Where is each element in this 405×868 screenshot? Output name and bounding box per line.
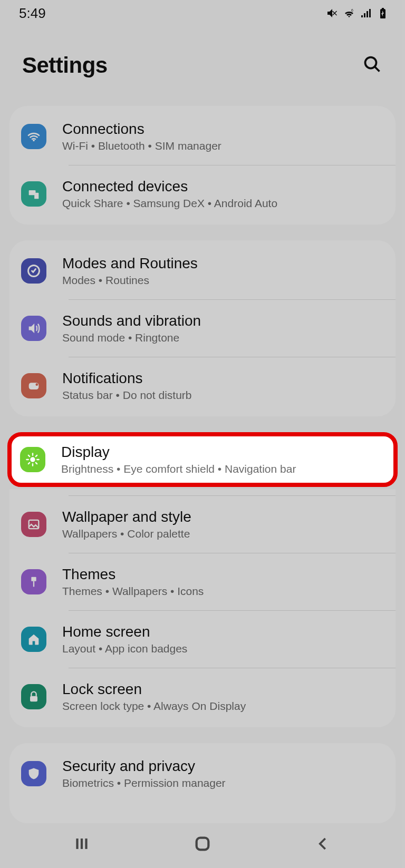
row-text: Notifications Status bar • Do not distur… [62, 370, 191, 402]
row-text: Themes Themes • Wallpapers • Icons [62, 566, 204, 598]
row-text: Sounds and vibration Sound mode • Ringto… [62, 313, 201, 344]
nav-recents-button[interactable] [50, 829, 113, 859]
settings-item-home[interactable]: Home screen Layout • App icon badges [9, 611, 396, 668]
item-title: Security and privacy [62, 758, 226, 775]
settings-group-general: Modes and Routines Modes • Routines Soun… [9, 240, 396, 416]
item-subtitle: Layout • App icon badges [62, 642, 187, 655]
devices-icon [21, 181, 46, 207]
brush-icon [21, 569, 46, 594]
svg-point-1 [365, 57, 377, 69]
page-title: Settings [22, 53, 108, 78]
settings-header: Settings [0, 26, 405, 106]
svg-line-13 [28, 455, 30, 456]
row-text: Modes and Routines Modes • Routines [62, 255, 198, 287]
item-subtitle: Wallpapers • Color palette [62, 528, 191, 540]
settings-screen: 5:49 6 Settings Connections Wi-Fi • Blue… [0, 0, 405, 868]
item-title: Display [61, 444, 296, 461]
svg-rect-18 [31, 577, 36, 581]
item-title: Sounds and vibration [62, 313, 201, 329]
item-title: Home screen [62, 623, 187, 640]
modes-icon [21, 258, 46, 284]
status-time: 5:49 [19, 5, 46, 22]
svg-line-14 [36, 463, 37, 464]
item-title: Notifications [62, 370, 191, 387]
item-subtitle: Sound mode • Ringtone [62, 331, 201, 344]
speaker-icon [21, 316, 46, 341]
home-icon [21, 627, 46, 652]
battery-charging-icon [377, 7, 389, 19]
wifi-icon [21, 124, 46, 149]
svg-point-8 [30, 457, 35, 462]
row-text: Connected devices Quick Share • Samsung … [62, 178, 277, 210]
item-title: Wallpaper and style [62, 509, 191, 525]
svg-line-16 [36, 455, 37, 456]
lock-icon [21, 684, 46, 709]
notifications-icon [21, 373, 46, 398]
row-text: Lock screen Screen lock type • Always On… [62, 681, 246, 713]
settings-group-display: Wallpaper and style Wallpapers • Color p… [9, 489, 396, 727]
item-subtitle: Screen lock type • Always On Display [62, 700, 246, 713]
item-subtitle: Brightness • Eye comfort shield • Naviga… [61, 463, 296, 475]
settings-item-notifications[interactable]: Notifications Status bar • Do not distur… [9, 357, 396, 414]
status-icons: 6 [326, 7, 389, 19]
item-subtitle: Quick Share • Samsung DeX • Android Auto [62, 197, 277, 210]
shield-icon [21, 761, 46, 786]
signal-icon [360, 7, 372, 19]
row-text: Home screen Layout • App icon badges [62, 623, 187, 655]
item-title: Connections [62, 121, 221, 138]
item-subtitle: Modes • Routines [62, 274, 198, 287]
svg-rect-24 [197, 838, 209, 850]
status-bar: 5:49 6 [0, 0, 405, 26]
search-button[interactable] [360, 52, 385, 79]
image-icon [21, 512, 46, 537]
item-title: Modes and Routines [62, 255, 198, 272]
settings-item-connections[interactable]: Connections Wi-Fi • Bluetooth • SIM mana… [9, 108, 396, 165]
item-title: Lock screen [62, 681, 246, 698]
svg-rect-20 [30, 696, 37, 702]
row-text: Wallpaper and style Wallpapers • Color p… [62, 509, 191, 540]
item-subtitle: Status bar • Do not disturb [62, 389, 191, 402]
row-text: Security and privacy Biometrics • Permis… [62, 758, 226, 789]
settings-item-sounds[interactable]: Sounds and vibration Sound mode • Ringto… [9, 300, 396, 357]
svg-line-2 [375, 67, 380, 72]
navigation-bar [0, 820, 405, 868]
search-icon [363, 55, 382, 74]
settings-item-wallpaper[interactable]: Wallpaper and style Wallpapers • Color p… [9, 496, 396, 553]
settings-group-connections: Connections Wi-Fi • Bluetooth • SIM mana… [9, 106, 396, 225]
settings-item-connected-devices[interactable]: Connected devices Quick Share • Samsung … [9, 165, 396, 222]
settings-item-display[interactable]: Display Brightness • Eye comfort shield … [12, 436, 393, 483]
svg-point-7 [36, 383, 38, 386]
row-text: Display Brightness • Eye comfort shield … [61, 444, 296, 475]
item-title: Themes [62, 566, 204, 583]
brightness-icon [20, 447, 45, 472]
item-subtitle: Wi-Fi • Bluetooth • SIM manager [62, 140, 221, 152]
item-subtitle: Biometrics • Permission manager [62, 777, 226, 789]
settings-item-modes[interactable]: Modes and Routines Modes • Routines [9, 242, 396, 299]
nav-back-button[interactable] [292, 829, 355, 859]
settings-group-security: Security and privacy Biometrics • Permis… [9, 743, 396, 823]
mute-icon [326, 7, 339, 19]
row-text: Connections Wi-Fi • Bluetooth • SIM mana… [62, 121, 221, 152]
highlight-callout: Display Brightness • Eye comfort shield … [7, 432, 398, 487]
svg-line-15 [28, 463, 30, 464]
settings-item-security[interactable]: Security and privacy Biometrics • Permis… [9, 745, 396, 802]
settings-item-lock[interactable]: Lock screen Screen lock type • Always On… [9, 668, 396, 725]
settings-item-themes[interactable]: Themes Themes • Wallpapers • Icons [9, 553, 396, 610]
nav-home-button[interactable] [171, 829, 234, 859]
item-subtitle: Themes • Wallpapers • Icons [62, 585, 204, 598]
item-title: Connected devices [62, 178, 277, 195]
svg-rect-4 [34, 193, 38, 199]
svg-text:6: 6 [351, 8, 353, 12]
wifi-icon: 6 [343, 7, 355, 19]
svg-rect-19 [33, 581, 34, 587]
